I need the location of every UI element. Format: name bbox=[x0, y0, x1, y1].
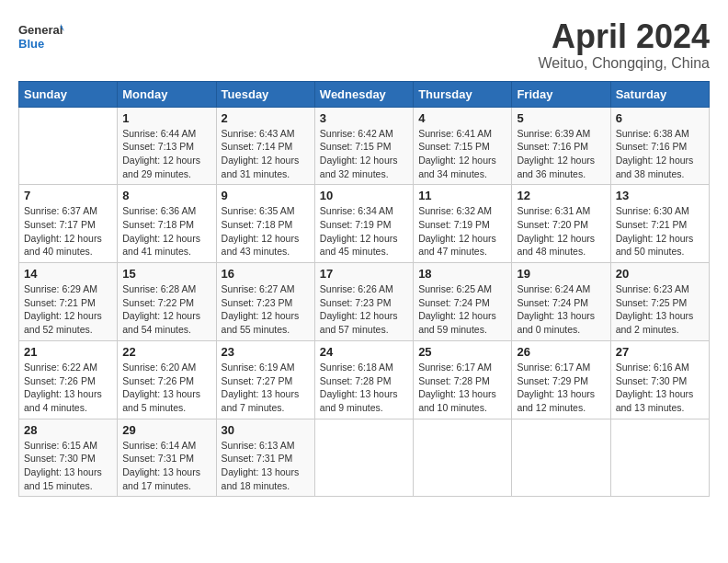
day-number: 5 bbox=[517, 111, 605, 125]
logo: General Blue bbox=[18, 18, 64, 57]
day-number: 24 bbox=[320, 345, 408, 359]
day-number: 8 bbox=[122, 189, 210, 202]
day-detail: Sunrise: 6:13 AMSunset: 7:31 PMDaylight:… bbox=[222, 439, 310, 493]
day-cell: 7Sunrise: 6:37 AMSunset: 7:17 PMDaylight… bbox=[19, 185, 118, 263]
day-number: 23 bbox=[222, 345, 310, 359]
day-detail: Sunrise: 6:19 AMSunset: 7:27 PMDaylight:… bbox=[222, 361, 310, 415]
month-year: April 2024 bbox=[539, 18, 711, 55]
day-cell: 24Sunrise: 6:18 AMSunset: 7:28 PMDayligh… bbox=[314, 340, 413, 419]
day-cell: 14Sunrise: 6:29 AMSunset: 7:21 PMDayligh… bbox=[19, 263, 118, 341]
day-number: 1 bbox=[122, 111, 210, 125]
day-cell bbox=[512, 419, 610, 497]
day-detail: Sunrise: 6:23 AMSunset: 7:25 PMDaylight:… bbox=[616, 282, 704, 337]
day-cell: 6Sunrise: 6:38 AMSunset: 7:16 PMDaylight… bbox=[610, 107, 709, 185]
day-cell: 13Sunrise: 6:30 AMSunset: 7:21 PMDayligh… bbox=[610, 185, 709, 263]
day-detail: Sunrise: 6:32 AMSunset: 7:19 PMDaylight:… bbox=[418, 204, 506, 259]
col-header-wednesday: Wednesday bbox=[314, 81, 413, 107]
location: Weituo, Chongqing, China bbox=[539, 55, 711, 72]
day-number: 25 bbox=[418, 345, 506, 359]
day-number: 12 bbox=[517, 189, 605, 202]
calendar-table: SundayMondayTuesdayWednesdayThursdayFrid… bbox=[18, 81, 710, 498]
day-detail: Sunrise: 6:38 AMSunset: 7:16 PMDaylight:… bbox=[616, 127, 704, 181]
day-detail: Sunrise: 6:43 AMSunset: 7:14 PMDaylight:… bbox=[222, 127, 310, 181]
day-number: 11 bbox=[418, 189, 506, 202]
day-cell bbox=[314, 419, 413, 497]
day-number: 16 bbox=[222, 267, 310, 281]
day-cell: 15Sunrise: 6:28 AMSunset: 7:22 PMDayligh… bbox=[118, 263, 216, 341]
day-detail: Sunrise: 6:37 AMSunset: 7:17 PMDaylight:… bbox=[24, 204, 112, 259]
day-number: 18 bbox=[418, 267, 506, 281]
day-cell: 11Sunrise: 6:32 AMSunset: 7:19 PMDayligh… bbox=[414, 185, 512, 263]
week-row-5: 28Sunrise: 6:15 AMSunset: 7:30 PMDayligh… bbox=[19, 419, 710, 497]
svg-text:General: General bbox=[18, 23, 63, 37]
day-number: 21 bbox=[24, 345, 112, 359]
day-number: 19 bbox=[517, 267, 605, 281]
day-cell bbox=[414, 419, 512, 497]
col-header-tuesday: Tuesday bbox=[216, 81, 314, 107]
day-cell: 27Sunrise: 6:16 AMSunset: 7:30 PMDayligh… bbox=[610, 340, 709, 419]
day-cell: 4Sunrise: 6:41 AMSunset: 7:15 PMDaylight… bbox=[414, 107, 512, 185]
day-detail: Sunrise: 6:35 AMSunset: 7:18 PMDaylight:… bbox=[222, 204, 310, 259]
day-number: 20 bbox=[616, 267, 704, 281]
day-cell bbox=[19, 107, 118, 185]
week-row-2: 7Sunrise: 6:37 AMSunset: 7:17 PMDaylight… bbox=[19, 185, 710, 263]
day-detail: Sunrise: 6:22 AMSunset: 7:26 PMDaylight:… bbox=[24, 361, 112, 415]
col-header-sunday: Sunday bbox=[19, 81, 118, 107]
day-cell: 28Sunrise: 6:15 AMSunset: 7:30 PMDayligh… bbox=[19, 419, 118, 497]
day-number: 7 bbox=[24, 189, 112, 202]
day-number: 28 bbox=[24, 423, 112, 437]
calendar-header-row: SundayMondayTuesdayWednesdayThursdayFrid… bbox=[19, 81, 710, 107]
week-row-1: 1Sunrise: 6:44 AMSunset: 7:13 PMDaylight… bbox=[19, 107, 710, 185]
day-detail: Sunrise: 6:20 AMSunset: 7:26 PMDaylight:… bbox=[122, 361, 210, 415]
day-number: 14 bbox=[24, 267, 112, 281]
day-number: 4 bbox=[418, 111, 506, 125]
day-detail: Sunrise: 6:29 AMSunset: 7:21 PMDaylight:… bbox=[24, 282, 112, 337]
day-cell: 25Sunrise: 6:17 AMSunset: 7:28 PMDayligh… bbox=[414, 340, 512, 419]
day-cell: 16Sunrise: 6:27 AMSunset: 7:23 PMDayligh… bbox=[216, 263, 314, 341]
day-cell: 26Sunrise: 6:17 AMSunset: 7:29 PMDayligh… bbox=[512, 340, 610, 419]
day-cell: 22Sunrise: 6:20 AMSunset: 7:26 PMDayligh… bbox=[118, 340, 216, 419]
day-cell: 30Sunrise: 6:13 AMSunset: 7:31 PMDayligh… bbox=[216, 419, 314, 497]
day-detail: Sunrise: 6:15 AMSunset: 7:30 PMDaylight:… bbox=[24, 439, 112, 493]
day-cell: 9Sunrise: 6:35 AMSunset: 7:18 PMDaylight… bbox=[216, 185, 314, 263]
day-detail: Sunrise: 6:16 AMSunset: 7:30 PMDaylight:… bbox=[616, 361, 704, 415]
day-cell: 19Sunrise: 6:24 AMSunset: 7:24 PMDayligh… bbox=[512, 263, 610, 341]
day-number: 30 bbox=[222, 423, 310, 437]
day-number: 29 bbox=[122, 423, 210, 437]
day-cell: 3Sunrise: 6:42 AMSunset: 7:15 PMDaylight… bbox=[314, 107, 413, 185]
day-cell bbox=[610, 419, 709, 497]
col-header-thursday: Thursday bbox=[414, 81, 512, 107]
day-number: 17 bbox=[320, 267, 408, 281]
col-header-friday: Friday bbox=[512, 81, 610, 107]
day-detail: Sunrise: 6:44 AMSunset: 7:13 PMDaylight:… bbox=[122, 127, 210, 181]
day-detail: Sunrise: 6:27 AMSunset: 7:23 PMDaylight:… bbox=[222, 282, 310, 337]
header: General Blue April 2024 Weituo, Chongqin… bbox=[18, 18, 710, 72]
day-number: 6 bbox=[616, 111, 704, 125]
day-cell: 21Sunrise: 6:22 AMSunset: 7:26 PMDayligh… bbox=[19, 340, 118, 419]
day-detail: Sunrise: 6:14 AMSunset: 7:31 PMDaylight:… bbox=[122, 439, 210, 493]
day-number: 22 bbox=[122, 345, 210, 359]
day-number: 15 bbox=[122, 267, 210, 281]
day-detail: Sunrise: 6:42 AMSunset: 7:15 PMDaylight:… bbox=[320, 127, 408, 181]
day-cell: 2Sunrise: 6:43 AMSunset: 7:14 PMDaylight… bbox=[216, 107, 314, 185]
day-number: 13 bbox=[616, 189, 704, 202]
day-number: 9 bbox=[222, 189, 310, 202]
day-detail: Sunrise: 6:18 AMSunset: 7:28 PMDaylight:… bbox=[320, 361, 408, 415]
day-number: 3 bbox=[320, 111, 408, 125]
day-cell: 17Sunrise: 6:26 AMSunset: 7:23 PMDayligh… bbox=[314, 263, 413, 341]
day-number: 27 bbox=[616, 345, 704, 359]
day-cell: 23Sunrise: 6:19 AMSunset: 7:27 PMDayligh… bbox=[216, 340, 314, 419]
day-number: 26 bbox=[517, 345, 605, 359]
week-row-4: 21Sunrise: 6:22 AMSunset: 7:26 PMDayligh… bbox=[19, 340, 710, 419]
day-detail: Sunrise: 6:30 AMSunset: 7:21 PMDaylight:… bbox=[616, 204, 704, 259]
day-detail: Sunrise: 6:39 AMSunset: 7:16 PMDaylight:… bbox=[517, 127, 605, 181]
day-cell: 8Sunrise: 6:36 AMSunset: 7:18 PMDaylight… bbox=[118, 185, 216, 263]
day-cell: 20Sunrise: 6:23 AMSunset: 7:25 PMDayligh… bbox=[610, 263, 709, 341]
day-cell: 1Sunrise: 6:44 AMSunset: 7:13 PMDaylight… bbox=[118, 107, 216, 185]
day-detail: Sunrise: 6:36 AMSunset: 7:18 PMDaylight:… bbox=[122, 204, 210, 259]
day-detail: Sunrise: 6:17 AMSunset: 7:28 PMDaylight:… bbox=[418, 361, 506, 415]
day-detail: Sunrise: 6:24 AMSunset: 7:24 PMDaylight:… bbox=[517, 282, 605, 337]
col-header-monday: Monday bbox=[118, 81, 216, 107]
day-detail: Sunrise: 6:31 AMSunset: 7:20 PMDaylight:… bbox=[517, 204, 605, 259]
day-cell: 18Sunrise: 6:25 AMSunset: 7:24 PMDayligh… bbox=[414, 263, 512, 341]
